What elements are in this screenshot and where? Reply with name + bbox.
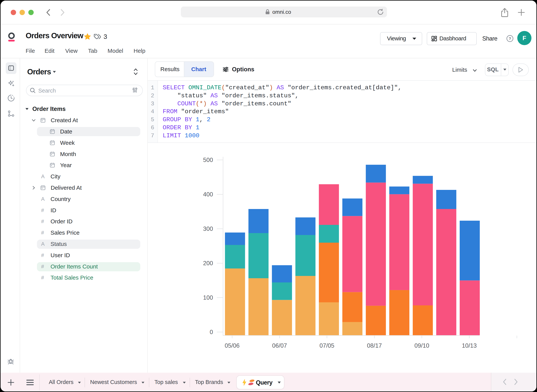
svg-text:07/05: 07/05 — [320, 342, 334, 349]
svg-text:06/07: 06/07 — [272, 342, 287, 349]
svg-text:10/13: 10/13 — [462, 342, 477, 349]
svg-text:400: 400 — [203, 191, 213, 198]
svg-text:05/06: 05/06 — [225, 342, 240, 349]
svg-text:200: 200 — [203, 260, 213, 266]
svg-text:0: 0 — [210, 329, 213, 335]
svg-text:08/17: 08/17 — [367, 342, 382, 349]
svg-text:500: 500 — [203, 157, 213, 163]
svg-text:?: ? — [509, 36, 511, 41]
svg-text:300: 300 — [203, 225, 213, 232]
svg-text:100: 100 — [203, 294, 213, 301]
svg-text:09/10: 09/10 — [414, 342, 429, 349]
